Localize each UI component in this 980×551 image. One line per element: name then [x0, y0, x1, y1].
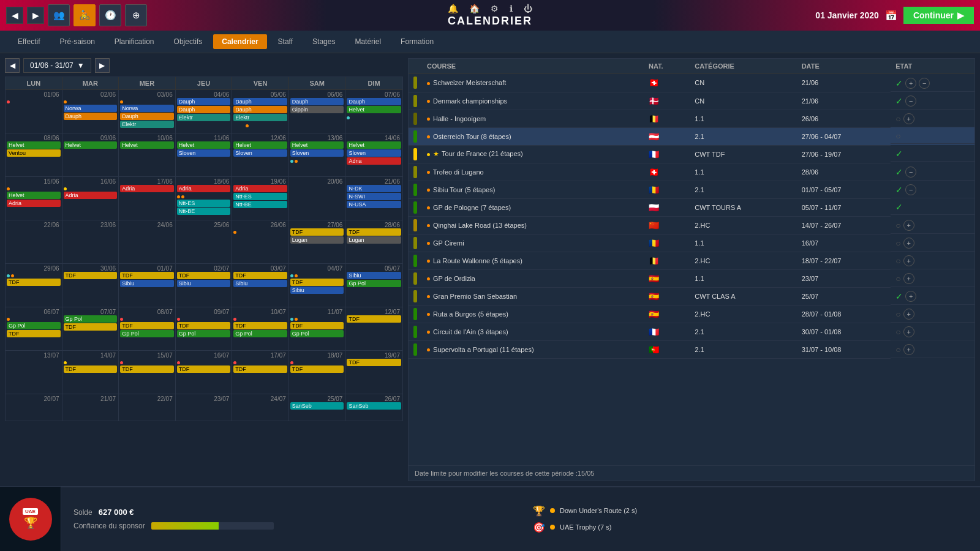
- cal-cell-0706[interactable]: 07/07 Gp Pol TDF: [62, 307, 119, 350]
- chart-tab-icon[interactable]: ⊕: [125, 4, 147, 26]
- cal-cell-1402[interactable]: 14/06 Helvet Sloven Adria: [345, 133, 402, 176]
- table-row[interactable]: Circuit de l'Ain (3 étapes) 🇫🇷 2.1 30/07…: [409, 323, 974, 340]
- calendar-icon[interactable]: 📅: [885, 10, 897, 21]
- cal-cell-0902[interactable]: 09/06 Helvet: [62, 133, 119, 176]
- cal-cell-3005[interactable]: 30/06 TDF: [62, 264, 119, 307]
- home-icon[interactable]: 🏠: [469, 4, 480, 13]
- cal-cell-0701[interactable]: 07/06 Dauph Helvet: [345, 90, 402, 133]
- race-list-scroll[interactable]: COURSE NAT. CATÉGORIE DATE ETAT Schweize…: [409, 59, 974, 465]
- table-row[interactable]: ★Tour de France (21 étapes) 🇫🇷 CWT TDF 2…: [409, 145, 974, 163]
- cal-cell-2308[interactable]: 23/07: [176, 394, 233, 421]
- race-add-button[interactable]: +: [903, 309, 914, 320]
- cal-period-dropdown-icon[interactable]: ▼: [77, 61, 85, 70]
- cal-cell-1206[interactable]: 12/07 TDF: [345, 307, 402, 350]
- cal-cell-2905[interactable]: 29/06 TDF: [6, 264, 62, 307]
- cal-cell-1307[interactable]: 13/07: [6, 351, 62, 394]
- cal-cell-2604[interactable]: 26/06: [232, 220, 289, 263]
- cal-cell-2108[interactable]: 21/07: [62, 394, 119, 421]
- cal-cell-1102[interactable]: 11/06 Helvet Sloven: [176, 133, 233, 176]
- table-row[interactable]: Denmark championships 🇩🇰 CN 21/06 ✓ −: [409, 92, 974, 110]
- table-row[interactable]: Supervolta a Portugal (11 étapes) 🇵🇹 2.1…: [409, 340, 974, 358]
- race-add-button[interactable]: +: [903, 238, 914, 249]
- cal-cell-2608[interactable]: 26/07 SanSeb: [345, 394, 402, 421]
- race-add-button[interactable]: +: [903, 220, 914, 231]
- race-add-button[interactable]: +: [905, 291, 916, 302]
- cal-cell-0601[interactable]: 06/06 Dauph Gippin: [289, 90, 346, 133]
- table-row[interactable]: Halle - Ingooigem 🇧🇪 1.1 26/06 ○ +: [409, 110, 974, 127]
- info-icon[interactable]: ℹ: [510, 4, 513, 13]
- roster-tab-icon[interactable]: 👥: [48, 4, 70, 26]
- cal-cell-1503[interactable]: 15/06 Helvet Adria: [6, 177, 62, 220]
- race-remove-button[interactable]: −: [905, 184, 916, 195]
- cal-cell-2404[interactable]: 24/06: [119, 220, 176, 263]
- power-icon[interactable]: ⏻: [524, 4, 532, 13]
- tab-staff[interactable]: Staff: [270, 34, 301, 49]
- tab-calendrier[interactable]: Calendrier: [213, 34, 266, 49]
- cal-cell-2103[interactable]: 21/06 N-DK N-SWI N-USA: [345, 177, 402, 220]
- table-row[interactable]: Sibiu Tour (5 étapes) 🇷🇴 2.1 01/07 - 05/…: [409, 181, 974, 198]
- cal-cell-0205[interactable]: 02/07 TDF Sibiu: [176, 264, 233, 307]
- tab-planification[interactable]: Planification: [106, 34, 163, 49]
- cal-cell-0401[interactable]: 04/06 Dauph Dauph Elektr: [176, 90, 233, 133]
- cal-cell-1707[interactable]: 17/07 TDF: [232, 351, 289, 394]
- nav-back-button[interactable]: ◀: [6, 7, 23, 24]
- cal-cell-1407[interactable]: 14/07 TDF: [62, 351, 119, 394]
- cal-cell-0606[interactable]: 06/07 Gp Pol TDF: [6, 307, 62, 350]
- cal-cell-1703[interactable]: 17/06 Adria: [119, 177, 176, 220]
- cal-cell-1603[interactable]: 16/06 Adria: [62, 177, 119, 220]
- nav-forward-button[interactable]: ▶: [27, 7, 44, 24]
- tab-effectif[interactable]: Effectif: [9, 34, 48, 49]
- cal-cell-2408[interactable]: 24/07: [232, 394, 289, 421]
- cal-prev-button[interactable]: ◀: [5, 58, 20, 73]
- cal-cell-1507[interactable]: 15/07 TDF: [119, 351, 176, 394]
- tab-stages[interactable]: Stages: [304, 34, 344, 49]
- cal-cell-0305[interactable]: 03/07 TDF Sibiu: [232, 264, 289, 307]
- race-add-button[interactable]: +: [905, 78, 916, 89]
- cal-cell-0501[interactable]: 05/06 Dauph Dauph Elektr: [232, 90, 289, 133]
- cal-cell-1006[interactable]: 10/07 TDF Gp Pol: [232, 307, 289, 350]
- table-row[interactable]: Osterreich Tour (8 étapes) 🇦🇹 2.1 27/06 …: [409, 127, 974, 145]
- cal-next-button[interactable]: ▶: [95, 58, 110, 73]
- cal-cell-1807[interactable]: 18/07 TDF: [289, 351, 346, 394]
- table-row[interactable]: Schweizer Meisterschaft 🇨🇭 CN 21/06 ✓ + …: [409, 74, 974, 92]
- table-row[interactable]: La Route Wallonne (5 étapes) 🇧🇪 2.HC 18/…: [409, 252, 974, 269]
- cal-cell-1907[interactable]: 19/07 TDF: [345, 351, 402, 394]
- cal-cell-0906[interactable]: 09/07 TDF Gp Pol: [176, 307, 233, 350]
- cal-cell-0806[interactable]: 08/07 TDF Gp Pol: [119, 307, 176, 350]
- tab-materiel[interactable]: Matériel: [346, 34, 390, 49]
- cal-cell-2704[interactable]: 27/06 TDF Lugan: [289, 220, 346, 263]
- cal-cell-0301[interactable]: 03/06 Norwa Dauph Elektr: [119, 90, 176, 133]
- cal-cell-1803[interactable]: 18/06 Adria Ntt-ES Ntt-BE: [176, 177, 233, 220]
- cal-cell-2804[interactable]: 28/06 TDF Lugan: [345, 220, 402, 263]
- table-row[interactable]: Gran Premio San Sebastian 🇪🇸 CWT CLAS A …: [409, 287, 974, 305]
- table-row[interactable]: GP Ciremi 🇷🇴 1.1 16/07 ○ +: [409, 234, 974, 252]
- continue-button[interactable]: Continuer ▶: [903, 7, 974, 24]
- race-remove-button[interactable]: −: [905, 167, 916, 178]
- cal-cell-0405[interactable]: 04/07 TDF Sibiu: [289, 264, 346, 307]
- cal-cell-2508[interactable]: 25/07 SanSeb: [289, 394, 346, 421]
- calendar-body[interactable]: 01/06 02/06 Norwa Dauph 03/06 Norwa Daup…: [6, 90, 402, 421]
- cal-cell-0505[interactable]: 05/07 Sibiu Gp Pol: [345, 264, 402, 307]
- table-row[interactable]: GP de Ordizia 🇪🇸 1.1 23/07 ○ +: [409, 269, 974, 287]
- cal-cell-0101[interactable]: 01/06: [6, 90, 62, 133]
- cal-cell-1106[interactable]: 11/07 TDF Gp Pol: [289, 307, 346, 350]
- race-add-button[interactable]: +: [903, 273, 914, 284]
- race-remove-button[interactable]: −: [919, 78, 930, 89]
- cal-cell-0105[interactable]: 01/07 TDF Sibiu: [119, 264, 176, 307]
- person-tab-icon[interactable]: 🚴: [74, 4, 96, 26]
- race-add-button[interactable]: +: [903, 326, 914, 337]
- cal-cell-1607[interactable]: 16/07 TDF: [176, 351, 233, 394]
- cal-cell-2504[interactable]: 25/06: [176, 220, 233, 263]
- table-row[interactable]: GP de Pologne (7 étapes) 🇵🇱 CWT TOURS A …: [409, 198, 974, 216]
- cal-cell-1302[interactable]: 13/06 Helvet Sloven: [289, 133, 346, 176]
- cal-cell-0802[interactable]: 08/06 Helvet Ventou: [6, 133, 62, 176]
- clock-tab-icon[interactable]: 🕐: [99, 4, 121, 26]
- cal-cell-1002[interactable]: 10/06 Helvet: [119, 133, 176, 176]
- cal-cell-0201[interactable]: 02/06 Norwa Dauph: [62, 90, 119, 133]
- cal-cell-2208[interactable]: 22/07: [119, 394, 176, 421]
- cal-cell-2304[interactable]: 23/06: [62, 220, 119, 263]
- race-add-button[interactable]: +: [903, 113, 914, 124]
- cal-cell-2204[interactable]: 22/06: [6, 220, 62, 263]
- tab-formation[interactable]: Formation: [392, 34, 442, 49]
- table-row[interactable]: Qinghai Lake Road (13 étapes) 🇨🇳 2.HC 14…: [409, 216, 974, 234]
